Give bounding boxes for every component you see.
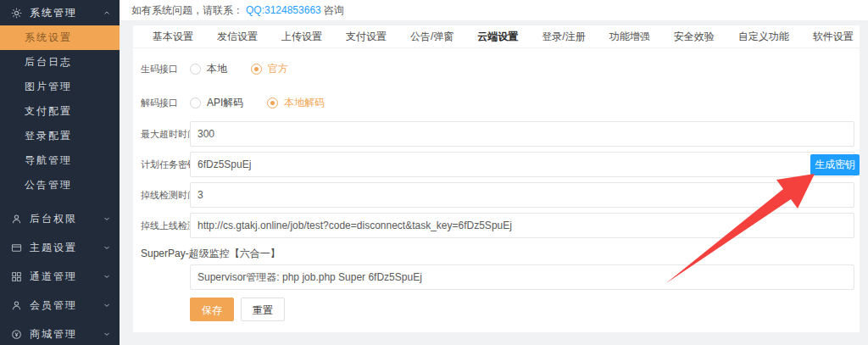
timeout-input[interactable]: 300 (190, 121, 854, 147)
sidebar-item-system-settings[interactable]: 系统设置 (0, 25, 120, 50)
sidebar-item-theme-settings[interactable]: 主题设置 (0, 233, 120, 262)
form-row-task-key: 计划任务密钥 6fDz5SpuEj (141, 152, 854, 177)
sidebar-groups: 后台权限 主题设置 (0, 204, 120, 345)
superpay-monitor-label: SuperPay-超级监控【六合一】 (141, 247, 854, 261)
app-window: 系统管理 系统设置 后台日志 图片管理 支付配置 登录配置 导航管理 公告管理 (0, 0, 868, 345)
field-label: 解码接口 (141, 97, 190, 109)
reset-button[interactable]: 重置 (241, 298, 285, 321)
sidebar-group-label: 会员管理 (30, 298, 103, 313)
grid-icon (11, 271, 22, 282)
radio-icon[interactable] (190, 64, 201, 75)
sidebar-item-mall-management[interactable]: 商城管理 (0, 320, 120, 345)
sidebar-group-label: 主题设置 (30, 241, 103, 255)
chevron-up-icon (103, 8, 111, 17)
field-label: 掉线检测时间 (141, 189, 190, 202)
chevron-down-icon (103, 272, 111, 281)
tab-mail-settings[interactable]: 发信设置 (205, 25, 270, 47)
notice-suffix: 咨询 (324, 3, 344, 18)
sidebar-submenu: 系统设置 后台日志 图片管理 支付配置 登录配置 导航管理 公告管理 (0, 25, 120, 198)
user-icon (11, 300, 22, 311)
sidebar-item-member-management[interactable]: 会员管理 (0, 291, 120, 320)
save-button[interactable]: 保存 (190, 298, 234, 321)
sidebar-item-backend-logs[interactable]: 后台日志 (0, 50, 120, 75)
sidebar: 系统管理 系统设置 后台日志 图片管理 支付配置 登录配置 导航管理 公告管理 (0, 0, 120, 345)
form-row-timeout: 最大超时时间 300 (141, 121, 854, 147)
generate-key-button[interactable]: 生成密钥 (810, 154, 860, 175)
radio-label: 本地解码 (284, 96, 325, 110)
mall-icon (11, 329, 22, 340)
radio-icon[interactable] (190, 97, 201, 109)
form-row-offline-time: 掉线检测时间 3 (141, 182, 854, 208)
offline-url-input[interactable]: http://cs.gtakj.online/job/test?code=dis… (190, 213, 854, 238)
form-row-offline-url: 掉线上线检测 http://cs.gtakj.online/job/test?c… (141, 213, 854, 238)
sidebar-item-label: 后台日志 (25, 56, 72, 68)
radio-option-api-decode[interactable]: API解码 (190, 96, 243, 110)
sidebar-item-label: 系统设置 (25, 31, 72, 43)
supervisor-command-box: Supervisor管理器: php job.php Super 6fDz5Sp… (190, 264, 854, 290)
tab-cloud-settings[interactable]: 云端设置 (465, 25, 530, 47)
radio-label: API解码 (207, 96, 243, 110)
chevron-down-icon (103, 243, 111, 252)
field-label: 最大超时时间 (141, 128, 190, 141)
tab-announcement-popup[interactable]: 公告/弹窗 (398, 25, 465, 47)
tab-basic-settings[interactable]: 基本设置 (141, 25, 205, 47)
sidebar-item-label: 公告管理 (25, 179, 72, 191)
sidebar-group-label: 通道管理 (30, 270, 103, 284)
user-icon (11, 214, 22, 225)
tab-feature-enhance[interactable]: 功能增强 (598, 25, 662, 47)
cloud-settings-form: 生码接口 本地 官方 解码接口 API解码 本地解码 (133, 48, 860, 321)
form-row-decode-api: 解码接口 API解码 本地解码 (141, 86, 854, 120)
sidebar-item-image-management[interactable]: 图片管理 (0, 75, 120, 99)
qq-link[interactable]: QQ:3124853663 (246, 4, 321, 16)
sidebar-item-nav-management[interactable]: 导航管理 (0, 148, 120, 173)
sidebar-item-payment-config[interactable]: 支付配置 (0, 99, 120, 124)
sidebar-item-login-config[interactable]: 登录配置 (0, 124, 120, 148)
sidebar-item-label: 图片管理 (25, 81, 72, 92)
sidebar-item-system-management[interactable]: 系统管理 (0, 0, 120, 25)
chevron-down-icon (103, 330, 111, 338)
chevron-down-icon (103, 214, 111, 223)
radio-option-local[interactable]: 本地 (190, 62, 227, 76)
sidebar-group-label: 后台权限 (30, 212, 103, 226)
field-label: 生码接口 (141, 63, 190, 75)
radio-checked-icon[interactable] (251, 64, 262, 75)
tab-upload-settings[interactable]: 上传设置 (270, 25, 334, 47)
gear-icon (11, 8, 22, 19)
radio-option-official[interactable]: 官方 (251, 62, 288, 76)
top-notice-bar: 如有系统问题，请联系： QQ:3124853663 咨询 (120, 0, 868, 21)
settings-tab-bar: 基本设置 发信设置 上传设置 支付设置 公告/弹窗 云端设置 登录/注册 功能增… (133, 25, 860, 48)
radio-label: 本地 (207, 62, 227, 76)
field-label: 计划任务密钥 (141, 159, 190, 171)
sidebar-item-label: 登录配置 (25, 130, 72, 142)
offline-time-input[interactable]: 3 (190, 182, 854, 208)
tab-custom-functions[interactable]: 自定义功能 (726, 25, 801, 47)
form-row-code-api: 生码接口 本地 官方 (141, 52, 854, 86)
sidebar-item-label: 导航管理 (25, 154, 72, 166)
chevron-down-icon (103, 301, 111, 309)
radio-option-local-decode[interactable]: 本地解码 (267, 96, 325, 110)
settings-card: 基本设置 发信设置 上传设置 支付设置 公告/弹窗 云端设置 登录/注册 功能增… (133, 25, 860, 332)
tab-software-settings[interactable]: 软件设置 (801, 25, 865, 47)
field-label: 掉线上线检测 (141, 220, 190, 232)
sidebar-group-title: 系统管理 (30, 6, 103, 20)
sidebar-item-label: 支付配置 (25, 105, 72, 117)
card-icon (11, 242, 22, 253)
sidebar-group-label: 商城管理 (30, 327, 103, 342)
sidebar-item-admin-permissions[interactable]: 后台权限 (0, 204, 120, 233)
task-key-input[interactable]: 6fDz5SpuEj (190, 152, 854, 177)
radio-label: 官方 (268, 62, 288, 76)
notice-text: 如有系统问题，请联系： (131, 3, 243, 18)
radio-checked-icon[interactable] (267, 97, 278, 109)
tab-login-register[interactable]: 登录/注册 (530, 25, 597, 47)
sidebar-item-announcement-management[interactable]: 公告管理 (0, 173, 120, 198)
form-actions: 保存 重置 (190, 298, 854, 321)
tab-security-check[interactable]: 安全效验 (662, 25, 726, 47)
sidebar-item-channel-management[interactable]: 通道管理 (0, 262, 120, 291)
tab-payment-settings[interactable]: 支付设置 (334, 25, 398, 47)
